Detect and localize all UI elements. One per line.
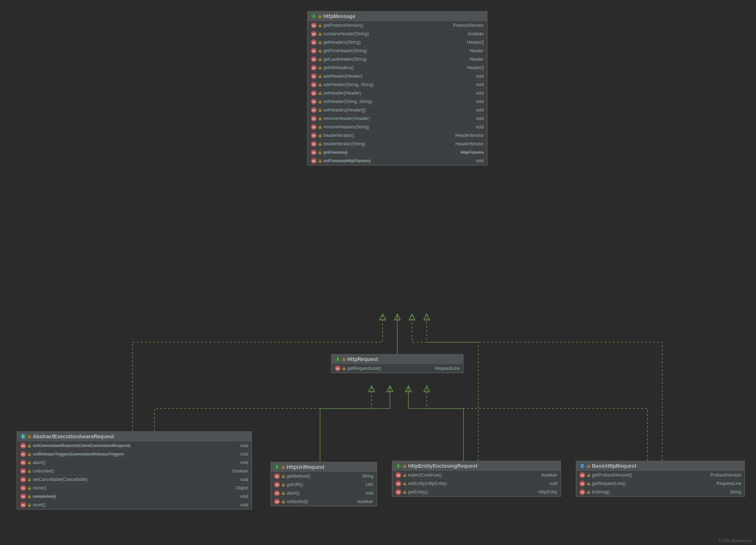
member-row[interactable]: mgetProtocolVersion()ProtocolVersion (576, 471, 744, 479)
member-row[interactable]: maddHeader(Header)void (308, 72, 487, 80)
member-return-type: void (240, 460, 248, 465)
member-row[interactable]: msetCancellable(Cancellable)void (17, 475, 251, 484)
member-row[interactable]: mabort()void (17, 458, 251, 467)
member-row[interactable]: mremoveHeaders(String)void (308, 123, 487, 131)
member-signature: getURI() (287, 482, 358, 487)
member-row[interactable]: mgetRequestLine()RequestLine (576, 479, 744, 488)
class-http-request[interactable]: I HttpRequest mgetRequestLine()RequestLi… (331, 354, 464, 373)
method-icon: m (274, 490, 280, 496)
member-row[interactable]: msetHeader(String, String)void (308, 97, 487, 106)
member-row[interactable]: msetConnectionRequest(ClientConnectionRe… (17, 441, 251, 450)
lock-icon (318, 66, 322, 70)
member-row[interactable]: mremoveHeader(Header)void (308, 114, 487, 123)
member-row[interactable]: mgetHeaders(String)Header[] (308, 38, 487, 46)
member-row[interactable]: msetParams(HttpParams)void (308, 156, 487, 165)
lock-icon (318, 151, 322, 154)
member-return-type: HeaderIterator (455, 133, 484, 138)
member-row[interactable]: mgetProtocolVersion()ProtocolVersion (308, 21, 487, 29)
class-http-entity-enclosing-request[interactable]: I HttpEntityEnclosingRequest mexpectCont… (392, 461, 561, 497)
class-title: I HttpEntityEnclosingRequest (393, 461, 560, 471)
member-signature: clone() (33, 485, 227, 491)
watermark: CSDN @randy.lou (718, 538, 752, 543)
method-icon: m (274, 473, 280, 479)
member-row[interactable]: mgetURI()URI (271, 480, 376, 489)
member-row[interactable]: msetHeaders(Header[])void (308, 106, 487, 114)
method-icon: m (579, 472, 585, 478)
member-return-type: void (476, 99, 484, 104)
class-title: C BasicHttpRequest (576, 461, 744, 471)
method-icon: m (311, 107, 317, 113)
member-row[interactable]: msetReleaseTrigger(ConnectionReleaseTrig… (17, 450, 251, 458)
method-icon: m (20, 502, 26, 508)
class-title: I HttpMessage (308, 12, 487, 21)
member-row[interactable]: mgetAllHeaders()Header[] (308, 63, 487, 72)
member-return-type: ProtocolVersion (710, 473, 741, 478)
method-icon: m (274, 499, 280, 505)
method-icon: m (579, 489, 585, 495)
member-row[interactable]: msetHeader(Header)void (308, 89, 487, 97)
member-signature: setEntity(HttpEntity) (408, 481, 541, 486)
class-abstract-execution-aware-request[interactable]: C AbstractExecutionAwareRequest msetConn… (17, 431, 252, 510)
member-row[interactable]: maddHeader(String, String)void (308, 80, 487, 89)
member-row[interactable]: misAborted()boolean (271, 497, 376, 506)
member-signature: reset() (33, 502, 232, 507)
class-basic-http-request[interactable]: C BasicHttpRequest mgetProtocolVersion()… (576, 461, 745, 497)
member-row[interactable]: mgetEntity()HttpEntity (393, 488, 560, 496)
lock-icon (318, 134, 322, 137)
member-return-type: String (362, 474, 373, 479)
member-return-type: RequestLine (435, 366, 460, 371)
member-row[interactable]: mgetParams()HttpParams (308, 148, 487, 156)
member-row[interactable]: mgetRequestLine()RequestLine (332, 364, 463, 372)
member-signature: getParams() (323, 150, 452, 155)
class-http-uri-request[interactable]: I HttpUriRequest mgetMethod()StringmgetU… (270, 462, 377, 506)
lock-icon (587, 473, 590, 477)
member-row[interactable]: mabort()void (271, 489, 376, 497)
member-row[interactable]: mtoString()String (576, 488, 744, 496)
member-row[interactable]: msetEntity(HttpEntity)void (393, 479, 560, 488)
member-return-type: boolean (358, 499, 373, 504)
member-row[interactable]: mgetLastHeader(String)Header (308, 55, 487, 63)
method-icon: m (311, 149, 317, 155)
method-icon: m (311, 82, 317, 88)
member-row[interactable]: mcompleted()void (17, 492, 251, 500)
class-body: mgetProtocolVersion()ProtocolVersionmcon… (308, 21, 487, 165)
method-icon: m (20, 451, 26, 457)
member-row[interactable]: mreset()void (17, 500, 251, 509)
method-icon: m (395, 481, 401, 486)
member-row[interactable]: mheaderIterator()HeaderIterator (308, 131, 487, 139)
class-name: HttpUriRequest (287, 464, 324, 470)
lock-icon (28, 444, 31, 447)
member-signature: setCancellable(Cancellable) (33, 477, 232, 482)
lock-icon (28, 486, 31, 490)
class-title: C AbstractExecutionAwareRequest (17, 432, 251, 441)
lock-icon (403, 482, 407, 485)
member-return-type: void (240, 502, 248, 507)
member-row[interactable]: mexpectContinue()boolean (393, 471, 560, 479)
member-return-type: void (240, 443, 248, 448)
member-signature: setHeader(Header) (323, 91, 468, 96)
lock-icon (318, 100, 322, 103)
member-row[interactable]: mcontainsHeader(String)boolean (308, 29, 487, 38)
method-icon: m (20, 443, 26, 449)
lock-icon (318, 24, 322, 27)
class-body: mgetProtocolVersion()ProtocolVersionmget… (576, 471, 744, 496)
lock-icon (318, 91, 322, 95)
lock-icon (318, 117, 322, 120)
member-return-type: String (730, 489, 741, 495)
member-row[interactable]: mgetMethod()String (271, 472, 376, 480)
method-icon: m (20, 460, 26, 466)
diagram-canvas[interactable]: I HttpMessage mgetProtocolVersion()Proto… (0, 0, 756, 545)
member-signature: headerIterator(String) (323, 141, 447, 146)
member-return-type: void (240, 477, 248, 482)
member-row[interactable]: misAborted()boolean (17, 467, 251, 475)
lock-icon (318, 32, 322, 36)
member-row[interactable]: mgetFirstHeader(String)Header (308, 46, 487, 55)
class-http-message[interactable]: I HttpMessage mgetProtocolVersion()Proto… (307, 11, 487, 166)
member-signature: expectContinue() (408, 473, 533, 478)
method-icon: m (311, 73, 317, 79)
member-row[interactable]: mheaderIterator(String)HeaderIterator (308, 139, 487, 148)
member-row[interactable]: mclone()Object (17, 484, 251, 492)
member-signature: getProtocolVersion() (323, 23, 445, 28)
class-body: mexpectContinue()booleanmsetEntity(HttpE… (393, 471, 560, 496)
lock-icon (318, 159, 322, 163)
